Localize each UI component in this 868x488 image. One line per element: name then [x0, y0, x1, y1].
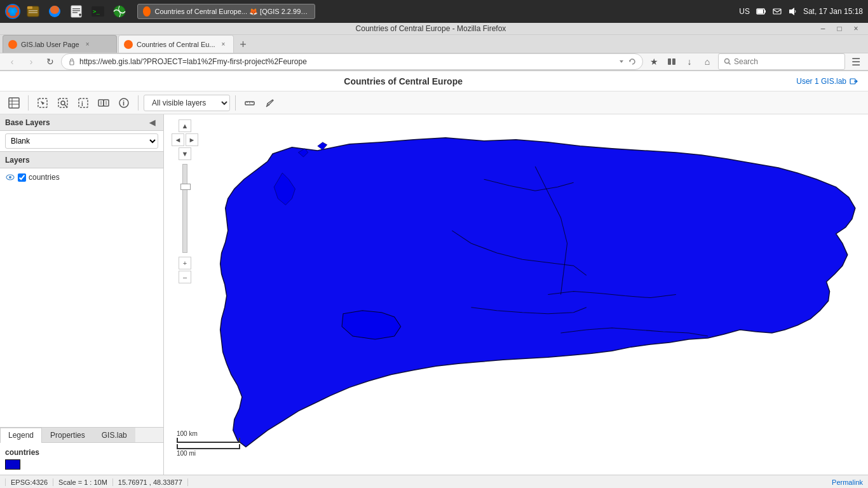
- forward-button[interactable]: ›: [23, 53, 39, 70]
- sidebar-tab-properties[interactable]: Properties: [42, 428, 93, 442]
- svg-rect-18: [764, 10, 766, 13]
- back-button[interactable]: ‹: [4, 53, 20, 70]
- svg-line-37: [65, 104, 67, 107]
- zoom-slider[interactable]: [182, 164, 187, 253]
- toolbar-separator-3: [235, 95, 236, 111]
- layer-select[interactable]: All visible layers: [144, 95, 230, 111]
- tab-gislab-user[interactable]: GIS.lab User Page ×: [3, 35, 117, 53]
- legend-layer-name: countries: [5, 448, 158, 457]
- tab-countries-europe[interactable]: Countries of Central Eu... ×: [118, 35, 234, 53]
- svg-point-52: [9, 176, 11, 179]
- close-button[interactable]: ×: [850, 23, 862, 34]
- zoom-out-button[interactable]: –: [179, 271, 191, 283]
- download-icon[interactable]: ↓: [681, 53, 698, 70]
- files-icon[interactable]: [24, 3, 42, 20]
- pan-down-button[interactable]: ▼: [179, 147, 191, 160]
- scale-bar: 100 km 100 mi: [177, 430, 240, 457]
- zoom-thumb[interactable]: [180, 184, 191, 190]
- email-icon: [773, 7, 782, 16]
- tab-gislab-close[interactable]: ×: [83, 40, 92, 49]
- svg-rect-26: [672, 58, 675, 65]
- tab-countries-close[interactable]: ×: [219, 40, 228, 49]
- epsg-status: EPSG:4326: [5, 478, 53, 486]
- pan-right-button[interactable]: ►: [186, 133, 198, 146]
- svg-text:i: i: [81, 100, 83, 107]
- permalink-button[interactable]: Permalink: [832, 478, 863, 486]
- pan-up-button[interactable]: ▲: [179, 119, 191, 132]
- svg-point-27: [725, 59, 729, 64]
- map-navigation: ▲ ◄ ► ▼ + –: [172, 119, 198, 283]
- address-bar[interactable]: https://web.gis.lab/?PROJECT=lab1%2Fmy-f…: [61, 53, 643, 70]
- identify-button[interactable]: i: [115, 94, 133, 112]
- ubuntu-icon[interactable]: [5, 4, 20, 19]
- layer-item-countries[interactable]: countries: [0, 168, 163, 186]
- search-input[interactable]: [734, 57, 839, 66]
- sidebar-tab-gislab[interactable]: GIS.lab: [93, 428, 135, 442]
- search-glass-icon: [724, 58, 731, 65]
- taskbar-datetime: Sat, 17 Jan 15:18: [803, 7, 863, 16]
- tab-countries-label: Countries of Central Eu...: [137, 41, 215, 48]
- svg-rect-22: [70, 61, 74, 65]
- search-box[interactable]: [718, 53, 845, 70]
- editor-icon[interactable]: [67, 3, 85, 20]
- svg-marker-23: [620, 60, 623, 63]
- zoom-all-button[interactable]: [95, 94, 112, 112]
- reading-mode-icon[interactable]: [663, 53, 680, 70]
- browser-win-controls: – □ ×: [817, 23, 862, 34]
- base-layer-select[interactable]: Blank: [5, 133, 158, 149]
- firefox-icon[interactable]: [46, 3, 64, 20]
- layers-label: Layers: [5, 156, 30, 165]
- firefox-taskbar-icon: [143, 6, 151, 17]
- reload-button[interactable]: ↻: [42, 53, 58, 70]
- nav-right-icons: ★ ↓ ⌂: [646, 53, 715, 70]
- bookmark-star-icon[interactable]: ★: [646, 53, 662, 70]
- coordinates-status: 15.76971 , 48.33877: [113, 478, 188, 486]
- lock-icon: [68, 58, 76, 65]
- identify-select-button[interactable]: i: [74, 94, 92, 112]
- draw-button[interactable]: [261, 94, 279, 112]
- measure-button[interactable]: [241, 94, 259, 112]
- gis-user-link[interactable]: User 1 GIS.lab: [796, 77, 858, 86]
- table-button[interactable]: [5, 94, 23, 112]
- sidebar-tab-bar: Legend Properties GIS.lab: [0, 428, 163, 443]
- scale-mi-label: 100 mi: [177, 450, 240, 457]
- os-taskbar: >_ Countries of Central Europe... 🦊 [QGI…: [0, 0, 868, 23]
- svg-rect-30: [9, 98, 19, 108]
- collapse-base-layers-button[interactable]: ◀: [146, 116, 158, 129]
- toolbar-separator-1: [28, 95, 29, 111]
- logout-icon: [849, 77, 858, 86]
- address-text: https://web.gis.lab/?PROJECT=lab1%2Fmy-f…: [79, 57, 614, 66]
- taskbar-locale: US: [739, 7, 750, 16]
- firefox-tab-icon2: [124, 40, 133, 49]
- base-layer-select-wrap: Blank: [0, 131, 163, 152]
- terminal-icon[interactable]: >_: [89, 3, 107, 20]
- sidebar-tab-legend[interactable]: Legend: [0, 428, 42, 443]
- svg-point-3: [7, 13, 10, 16]
- select-tool-button[interactable]: [34, 94, 51, 112]
- taskbar-right: US Sat, 17 Jan 15:18: [739, 6, 863, 17]
- maximize-button[interactable]: □: [834, 23, 845, 34]
- svg-rect-19: [757, 10, 763, 13]
- layer-checkbox-countries[interactable]: [18, 173, 26, 182]
- svg-rect-10: [72, 8, 80, 10]
- layers-header: Layers: [0, 152, 163, 168]
- scale-status: Scale = 1 : 10M: [53, 478, 113, 486]
- browser-menu-button[interactable]: ☰: [848, 53, 864, 70]
- map-area[interactable]: ▲ ◄ ► ▼ + –: [164, 114, 868, 475]
- minimize-button[interactable]: –: [817, 23, 829, 34]
- scale-km-label: 100 km: [177, 430, 240, 437]
- zoom-in-button[interactable]: +: [179, 257, 191, 269]
- tab-gislab-label: GIS.lab User Page: [21, 41, 79, 48]
- browser-title-bar: Countries of Central Europe - Mozilla Fi…: [0, 23, 868, 35]
- new-tab-button[interactable]: +: [235, 36, 252, 53]
- zoom-select-button[interactable]: [54, 94, 72, 112]
- pan-left-button[interactable]: ◄: [172, 133, 184, 146]
- firefox-taskbar-window[interactable]: Countries of Central Europe... 🦊 [QGIS 2…: [137, 4, 315, 19]
- vpn-icon[interactable]: [111, 3, 128, 20]
- status-bar: EPSG:4326 Scale = 1 : 10M 15.76971 , 48.…: [0, 475, 868, 488]
- home-icon[interactable]: ⌂: [699, 53, 715, 70]
- reload-small-icon[interactable]: [628, 58, 636, 65]
- address-dropdown-icon[interactable]: [618, 58, 625, 65]
- svg-rect-25: [668, 58, 671, 65]
- user-name: User 1 GIS.lab: [796, 77, 846, 86]
